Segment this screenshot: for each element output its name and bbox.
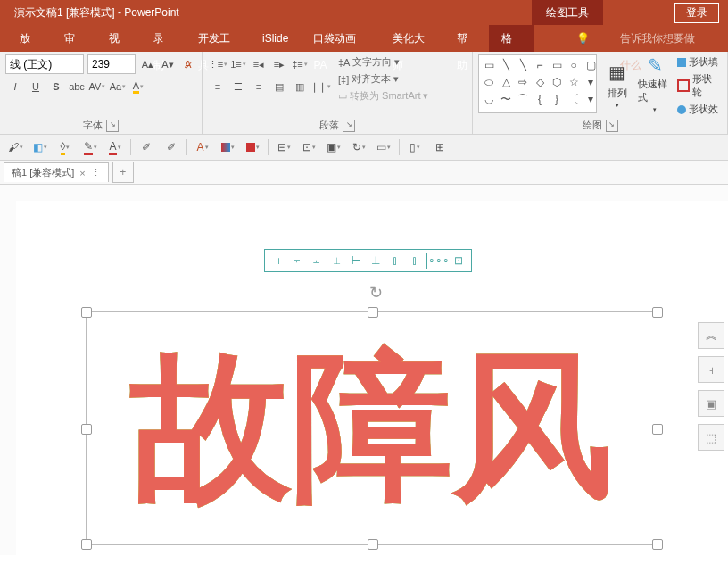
shape-curve-icon[interactable]: ◡ [481, 91, 497, 107]
columns-button[interactable]: ❘❘ [310, 77, 330, 96]
qat-pane-button[interactable]: ▯ [405, 138, 425, 156]
add-tab-button[interactable]: + [112, 162, 134, 183]
tab-record[interactable]: 录制 [141, 25, 186, 52]
tab-review[interactable]: 审阅 [52, 25, 96, 52]
strikethrough-button[interactable]: abc [67, 77, 87, 96]
qat-order-button[interactable]: ▣ [324, 138, 343, 156]
bullets-button[interactable]: ⋮≡ [208, 54, 228, 74]
horizontal-ruler[interactable] [16, 185, 728, 202]
shape-oval-icon[interactable]: ○ [566, 57, 582, 73]
match-size-button[interactable]: ⊡ [449, 253, 468, 269]
qat-rotate-button[interactable]: ↻ [349, 138, 368, 156]
align-text-button[interactable]: [‡]对齐文本 ▾ [335, 71, 431, 87]
drawing-dialog-launcher[interactable]: ↘ [606, 120, 618, 132]
decrease-indent-button[interactable]: ≡◂ [249, 54, 269, 74]
shape-line2-icon[interactable]: ╲ [515, 57, 531, 73]
shape-callout-icon[interactable]: ⬭ [481, 74, 497, 90]
clear-formatting-button[interactable]: A̷ [179, 54, 196, 74]
quick-styles-button[interactable]: ✎ 快速样式▾ [638, 54, 672, 113]
document-tab[interactable]: 稿1 [兼容模式] × ⋮ [4, 162, 109, 182]
font-name-input[interactable] [5, 54, 84, 74]
justify-button[interactable]: ▤ [269, 77, 289, 96]
shape-line-icon[interactable]: ╲ [498, 57, 514, 73]
resize-handle-br[interactable] [652, 539, 663, 550]
resize-handle-mr[interactable] [652, 424, 663, 435]
tab-view[interactable]: 视图 [96, 25, 141, 52]
shape-brace-r-icon[interactable]: } [549, 91, 565, 107]
tab-pocket-animation[interactable]: 口袋动画 PA [301, 25, 380, 52]
align-bottom-obj-button[interactable]: ⟂ [327, 253, 346, 269]
qat-selection-button[interactable]: ⊞ [430, 138, 450, 156]
resize-handle-ml[interactable] [81, 424, 92, 435]
align-right-button[interactable]: ≡ [249, 77, 269, 96]
tell-me-search[interactable]: 💡 告诉我你想要做什么 [551, 25, 728, 52]
close-tab-icon[interactable]: × [79, 168, 85, 178]
character-spacing-button[interactable]: AV [87, 77, 107, 96]
panel-layers-button[interactable]: ▣ [698, 390, 724, 417]
increase-indent-button[interactable]: ≡▸ [269, 54, 289, 74]
shape-more-icon[interactable]: ▾ [583, 91, 597, 107]
font-size-input[interactable] [87, 54, 136, 74]
distribute-v-button[interactable]: ⫿ [405, 253, 425, 269]
tab-slideshow[interactable]: 放映 [7, 25, 52, 52]
login-button[interactable]: 登录 [674, 3, 719, 23]
align-center-button[interactable]: ☰ [228, 77, 248, 96]
tab-developer[interactable]: 开发工具 [186, 25, 250, 52]
align-left-obj-button[interactable]: ⫞ [268, 253, 287, 269]
qat-align-button[interactable]: ⊟ [274, 138, 294, 156]
shape-brace-l-icon[interactable]: { [532, 91, 548, 107]
shape-effects-button[interactable]: 形状效 [675, 102, 722, 117]
collapse-panel-button[interactable]: ︽ [698, 322, 724, 349]
numbering-button[interactable]: 1≡ [228, 54, 248, 74]
font-dialog-launcher[interactable]: ↘ [106, 120, 119, 132]
shape-arc-icon[interactable]: ⌒ [515, 91, 531, 107]
text-direction-button[interactable]: ‡A文字方向 ▾ [335, 54, 431, 70]
qat-textcolor-button[interactable]: A [193, 138, 212, 156]
vertical-ruler[interactable] [0, 185, 17, 555]
qat-fill-button[interactable]: ◊ [55, 138, 75, 156]
qat-eyedropper2-button[interactable]: ✐ [161, 138, 181, 156]
contextual-tab-drawing-tools[interactable]: 绘图工具 [532, 0, 603, 25]
distribute-h-button[interactable]: ⫿ [385, 253, 405, 269]
shape-hexagon-icon[interactable]: ⬡ [549, 74, 565, 90]
shape-scroll-down-icon[interactable]: ▾ [583, 74, 597, 90]
resize-handle-tr[interactable] [652, 307, 663, 318]
align-right-obj-button[interactable]: ⫟ [287, 253, 307, 269]
resize-handle-bm[interactable] [368, 539, 378, 550]
qat-paintbrush-button[interactable]: 🖌 [5, 138, 25, 156]
qat-outline-button[interactable]: ✎ [80, 138, 100, 156]
shape-fill-button[interactable]: 形状填 [675, 54, 722, 70]
shadow-button[interactable]: S [46, 77, 66, 96]
increase-font-button[interactable]: A▴ [139, 54, 156, 74]
arrange-button[interactable]: ▦ 排列▾ [600, 54, 634, 113]
align-center-v-button[interactable]: ⊥ [366, 253, 385, 269]
underline-button[interactable]: U [26, 77, 46, 96]
selected-textbox[interactable]: 故障风 故障风 故障风 [86, 311, 658, 545]
tab-beautify[interactable]: 美化大师 [380, 25, 444, 52]
spacing-button[interactable]: ∘∘∘ [429, 253, 449, 269]
qat-shape-button[interactable]: ◧ [30, 138, 50, 156]
align-center-h-button[interactable]: ⊢ [346, 253, 366, 269]
font-color-button[interactable]: A [128, 77, 148, 96]
align-left-button[interactable]: ≡ [208, 77, 228, 96]
resize-handle-tm[interactable] [368, 307, 378, 318]
panel-align-button[interactable]: ⫞ [698, 356, 724, 383]
line-spacing-button[interactable]: ‡≡ [290, 54, 310, 74]
slide[interactable]: ⫞ ⫟ ⫠ ⟂ ⊢ ⊥ ⫿ ⫿ ∘∘∘ ⊡ ↻ 故障风 故障风 [16, 201, 728, 555]
qat-eyedropper-button[interactable]: ✐ [136, 138, 156, 156]
qat-swatch2-button[interactable] [243, 138, 262, 156]
tab-menu-icon[interactable]: ⋮ [91, 167, 101, 178]
distribute-button[interactable]: ▥ [290, 77, 310, 96]
qat-font-color2-button[interactable]: A [105, 138, 125, 156]
italic-button[interactable]: I [5, 77, 25, 96]
shape-wave-icon[interactable]: 〜 [498, 91, 514, 107]
qat-group-button[interactable]: ⊡ [299, 138, 318, 156]
paragraph-dialog-launcher[interactable]: ↘ [343, 120, 355, 132]
shape-star-icon[interactable]: ☆ [566, 74, 582, 90]
align-top-obj-button[interactable]: ⫠ [307, 253, 327, 269]
resize-handle-tl[interactable] [81, 307, 92, 318]
shape-text-box-icon[interactable]: ▭ [481, 57, 497, 73]
shape-outline-button[interactable]: 形状轮 [675, 71, 722, 100]
change-case-button[interactable]: Aa [108, 77, 128, 96]
shape-arrow-icon[interactable]: ⇨ [515, 74, 531, 90]
